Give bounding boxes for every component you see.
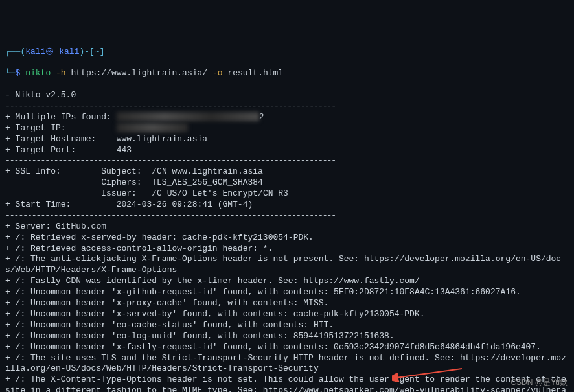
target-ip-line: + Target IP:	[5, 123, 188, 133]
output-line: + /: Uncommon header 'x-github-request-i…	[5, 287, 521, 297]
multi-ip-line: + Multiple IPs found: 2	[5, 112, 264, 122]
output-line: + /: The anti-clickjacking X-Frame-Optio…	[5, 254, 561, 275]
prompt-line-2[interactable]: └─$ nikto -h https://www.lightrain.asia/…	[5, 68, 569, 79]
output-line: + /: Retrieved access-control-allow-orig…	[5, 244, 273, 253]
output-line: + /: Uncommon header 'x-served-by' found…	[5, 309, 425, 319]
output-line: + /: Uncommon header 'eo-log-uuid' found…	[5, 331, 395, 341]
watermark: CSDN @是Yu欸	[511, 378, 568, 388]
output-line: + /: The site uses TLS and the Strict-Tr…	[5, 353, 566, 374]
prompt-line-1: ┌──(kali㉿ kali)-[~]	[5, 47, 569, 58]
output-line: + /: Uncommon header 'x-fastly-request-i…	[5, 342, 541, 352]
ssl-ciphers-line: Ciphers: TLS_AES_256_GCM_SHA384	[5, 178, 263, 187]
separator: ----------------------------------------…	[5, 211, 336, 220]
output-line: + /: Fastly CDN was identified by the x-…	[5, 276, 420, 286]
target-port-line: + Target Port: 443	[5, 145, 132, 155]
redacted-block	[117, 123, 188, 132]
redacted-block	[117, 112, 259, 121]
target-hostname-line: + Target Hostname: www.lightrain.asia	[5, 134, 207, 144]
ssl-issuer-line: Issuer: /C=US/O=Let's Encrypt/CN=R3	[5, 189, 288, 198]
start-time-line: + Start Time: 2024-03-26 09:28:41 (GMT-4…	[5, 200, 253, 209]
ssl-subject-line: + SSL Info: Subject: /CN=www.lightrain.a…	[5, 167, 263, 176]
output-line: + /: Uncommon header 'x-proxy-cache' fou…	[5, 298, 328, 308]
separator: ----------------------------------------…	[5, 156, 336, 165]
version-line: - Nikto v2.5.0	[5, 90, 76, 100]
output-line: + /: Uncommon header 'eo-cache-status' f…	[5, 320, 334, 330]
output-line: + /: Retrieved x-served-by header: cache…	[5, 233, 314, 242]
output-line: + /: The X-Content-Type-Options header i…	[5, 375, 571, 392]
separator: ----------------------------------------…	[5, 101, 336, 111]
output-line: + Server: GitHub.com	[5, 222, 106, 231]
